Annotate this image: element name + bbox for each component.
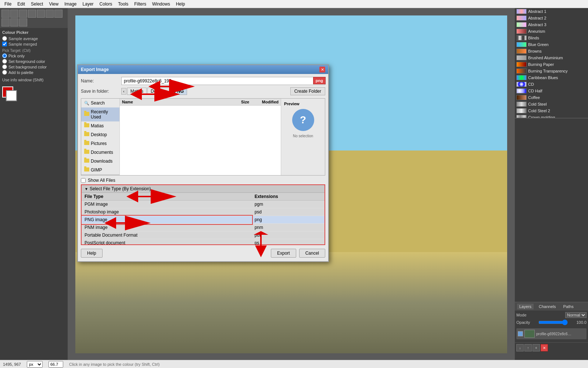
export-button[interactable]: Export [271,249,296,258]
bc-png[interactable]: PNG [171,88,187,95]
help-button[interactable]: Help [81,249,103,258]
add-palette[interactable]: Add to palette [2,70,65,75]
places-item-gimp[interactable]: GIMP [81,166,119,174]
filetype-row[interactable]: PGM imagepgm [82,201,325,208]
filetype-name: Photoshop image [82,208,252,216]
close-button[interactable]: ✕ [319,67,325,72]
filetype-ext: psd [252,208,325,216]
bc-desktop[interactable]: Desktop [147,88,170,95]
tab-channels[interactable]: Channels [537,304,558,309]
zoom-input[interactable] [49,361,63,368]
gradient-item-7[interactable]: Brushed Aluminium [515,54,588,61]
gradient-name: Abstract 1 [528,9,546,14]
menu-filters[interactable]: Filters [131,1,149,7]
layer-name: profile-g69922e8c6_1920... [536,332,573,336]
background-color[interactable] [6,90,17,101]
opacity-slider[interactable] [538,319,568,325]
mode-select[interactable]: Normal [565,312,587,318]
tab-layers[interactable]: Layers [517,304,534,309]
layer-btn-2[interactable]: ↑ [524,344,532,351]
create-folder-button[interactable]: Create Folder [290,87,325,95]
places-item-search[interactable]: 🔍Search [81,99,119,107]
gradient-swatch [516,42,527,47]
menu-windows[interactable]: Windows [149,1,173,7]
filetype-row[interactable]: Portable Document Formatpdf [82,231,325,239]
layer-btn-3[interactable]: + [533,344,540,351]
menu-edit[interactable]: Edit [14,1,28,7]
places-item-documents[interactable]: Documents [81,148,119,157]
colour-picker-title: Colour Picker [2,30,65,35]
filetype-name: PNG image [82,216,252,224]
gradient-item-16[interactable]: Crown molding [515,114,588,118]
preview-title: Preview [284,102,300,106]
gradient-name: CD Half [528,89,542,93]
places-item-downloads[interactable]: Downloads [81,157,119,166]
gradient-name: Browns [528,49,542,53]
filetype-row[interactable]: PNG imagepng [82,216,325,224]
gradient-item-9[interactable]: Burning Transparency [515,68,588,74]
pick-only[interactable]: Pick only [2,53,65,58]
gradient-item-4[interactable]: Blinds [515,35,588,41]
filetype-table: File Type Extensions PGM imagepgmPhotosh… [82,193,325,244]
menu-image[interactable]: Image [61,1,79,7]
bc-matias[interactable]: Matias [127,88,147,95]
cancel-button[interactable]: Cancel [299,249,325,258]
menu-layer[interactable]: Layer [80,1,97,7]
menu-view[interactable]: View [46,1,61,7]
menu-colors[interactable]: Colors [97,1,115,7]
gradient-item-0[interactable]: Abstract 1 [515,8,588,15]
nav-back-button[interactable]: ‹ [121,88,126,95]
gradient-item-5[interactable]: Blue Green [515,41,588,48]
col-name[interactable]: Name [122,100,227,104]
gradient-swatch [516,115,527,118]
show-all-files-label[interactable]: Show All Files [88,178,115,183]
menu-file[interactable]: File [1,1,14,7]
places-panel: 🔍SearchRecently UsedMatiasDesktopPicture… [81,99,120,175]
show-all-files-checkbox[interactable] [81,178,86,183]
gradient-item-8[interactable]: Burning Paper [515,61,588,68]
gradient-name: Cold Steel 2 [528,109,550,113]
menu-tools[interactable]: Tools [115,1,131,7]
gradient-name: Blue Green [528,42,549,47]
toolbox: Colour Picker Sample average Sample merg… [0,8,68,368]
files-header: Name Size Modified [120,99,281,106]
tab-paths[interactable]: Paths [561,304,576,309]
gradient-swatch [516,62,527,67]
layer-delete-btn[interactable]: ✕ [541,344,548,351]
export-dialog[interactable]: Export Image ✕ Name: png Save in folder:… [77,64,329,262]
set-fg[interactable]: Set foreground color [2,59,65,64]
filetype-row[interactable]: Photoshop imagepsd [82,208,325,216]
gradient-name: Brushed Aluminium [528,56,563,60]
gradient-item-15[interactable]: Cold Steel 2 [515,107,588,114]
files-panel[interactable]: Name Size Modified [120,99,281,175]
menu-help[interactable]: Help [173,1,188,7]
gradient-item-12[interactable]: CD Half [515,88,588,94]
filetype-row[interactable]: PNM imagepnm [82,224,325,231]
places-item-pictures[interactable]: Pictures [81,139,119,148]
gradient-item-6[interactable]: Browns [515,48,588,54]
gradient-swatch [516,82,527,87]
set-bg[interactable]: Set background color [2,64,65,69]
gradient-swatch [516,49,527,54]
menu-select[interactable]: Select [28,1,46,7]
places-item-desktop[interactable]: Desktop [81,130,119,139]
places-item-recently-used[interactable]: Recently Used [81,107,119,121]
places-item-matias[interactable]: Matias [81,121,119,130]
unit-select[interactable]: px mm [27,361,43,368]
png-badge[interactable]: png [313,77,326,84]
places-label: GIMP [91,167,102,173]
gradient-item-13[interactable]: Coffee [515,94,588,101]
layer-btn-1[interactable]: ↓ [516,344,524,351]
gradient-swatch [516,22,527,27]
gradient-item-10[interactable]: Caribbean Blues [515,74,588,81]
filename-input[interactable] [121,77,325,85]
filetype-header[interactable]: ▼ Select File Type (By Extension) [82,185,325,193]
gradient-item-1[interactable]: Abstract 2 [515,15,588,21]
gradient-item-11[interactable]: CD [515,81,588,88]
gradient-item-2[interactable]: Abstract 3 [515,21,588,28]
filetype-row[interactable]: PostScript documentps [82,239,325,244]
layer-visibility-icon[interactable] [518,331,523,336]
gradient-item-3[interactable]: Aneurism [515,28,588,35]
opacity-label: Opacity [516,320,530,325]
gradient-item-14[interactable]: Cold Steel [515,101,588,107]
